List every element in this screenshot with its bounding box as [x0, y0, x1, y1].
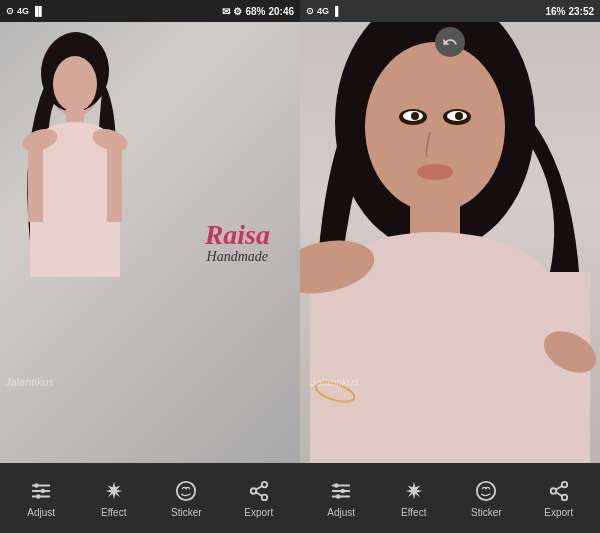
signal-icon-left: ⊙	[6, 6, 14, 16]
right-tool-adjust[interactable]: Adjust	[305, 474, 378, 523]
left-export-label: Export	[244, 507, 273, 518]
svg-line-10	[256, 485, 262, 489]
svg-point-8	[262, 494, 268, 500]
network-left: 4G	[17, 6, 29, 16]
left-tool-effect[interactable]: Effect	[78, 474, 151, 523]
svg-line-21	[556, 485, 562, 489]
sticker-icon-left	[174, 479, 198, 503]
right-adjust-label: Adjust	[327, 507, 355, 518]
main-content: Raisa Handmade Jalantikus	[0, 22, 600, 533]
right-toolbar: Adjust Effect	[300, 463, 600, 533]
effect-icon-right	[402, 479, 426, 503]
left-effect-label: Effect	[101, 507, 126, 518]
watermark-left: Jalantikus	[5, 376, 54, 388]
svg-point-5	[36, 494, 41, 499]
message-icon-left: ✉	[222, 6, 230, 17]
left-adjust-label: Adjust	[27, 507, 55, 518]
svg-rect-2	[32, 495, 50, 497]
status-bar-left: ⊙ 4G ▐▌ ✉ ⚙ 68% 20:46	[0, 0, 300, 22]
raisa-subtitle: Handmade	[205, 249, 270, 265]
right-tool-sticker[interactable]: Sticker	[450, 474, 523, 523]
svg-rect-13	[332, 495, 350, 497]
battery-left: 68%	[245, 6, 265, 17]
status-bars: ⊙ 4G ▐▌ ✉ ⚙ 68% 20:46 ⊙ 4G ▐ 16% 23:52	[0, 0, 600, 22]
settings-icon-left: ⚙	[233, 6, 242, 17]
left-tool-sticker[interactable]: Sticker	[150, 474, 223, 523]
svg-line-9	[256, 492, 262, 496]
signal-icon-right: ⊙	[306, 6, 314, 16]
signal-bars-left: ▐▌	[32, 6, 45, 16]
battery-right: 16%	[545, 6, 565, 17]
right-tool-effect[interactable]: Effect	[378, 474, 451, 523]
svg-point-15	[341, 488, 346, 493]
svg-point-16	[336, 494, 341, 499]
time-right: 23:52	[568, 6, 594, 17]
adjust-icon-right	[329, 479, 353, 503]
raisa-title: Raisa	[205, 221, 270, 249]
right-effect-label: Effect	[401, 507, 426, 518]
left-image-area: Raisa Handmade Jalantikus	[0, 22, 300, 463]
sticker-icon-right	[474, 479, 498, 503]
left-tool-export[interactable]: Export	[223, 474, 296, 523]
right-sticker-label: Sticker	[471, 507, 502, 518]
left-toolbar: Adjust Effect	[0, 463, 300, 533]
adjust-icon-left	[29, 479, 53, 503]
svg-point-18	[551, 488, 557, 494]
left-panel: Raisa Handmade Jalantikus	[0, 22, 300, 533]
right-image-area: Jalantikus	[300, 22, 600, 463]
right-export-label: Export	[544, 507, 573, 518]
left-sticker-label: Sticker	[171, 507, 202, 518]
effect-icon-left	[102, 479, 126, 503]
right-panel: Jalantikus Adjust	[300, 22, 600, 533]
status-bar-right: ⊙ 4G ▐ 16% 23:52	[300, 0, 600, 22]
svg-point-19	[562, 494, 568, 500]
svg-point-14	[334, 483, 339, 488]
svg-point-4	[41, 488, 46, 493]
svg-point-7	[251, 488, 257, 494]
network-right: 4G	[317, 6, 329, 16]
time-left: 20:46	[268, 6, 294, 17]
right-tool-export[interactable]: Export	[523, 474, 596, 523]
svg-point-17	[562, 481, 568, 487]
svg-point-6	[262, 481, 268, 487]
left-tool-adjust[interactable]: Adjust	[5, 474, 78, 523]
raisa-text-overlay: Raisa Handmade	[205, 221, 270, 265]
undo-button[interactable]	[435, 27, 465, 57]
watermark-right: Jalantikus	[310, 376, 359, 388]
signal-bars-right: ▐	[332, 6, 338, 16]
right-canvas	[300, 22, 600, 463]
svg-line-20	[556, 492, 562, 496]
svg-point-3	[34, 483, 39, 488]
export-icon-right	[547, 479, 571, 503]
export-icon-left	[247, 479, 271, 503]
